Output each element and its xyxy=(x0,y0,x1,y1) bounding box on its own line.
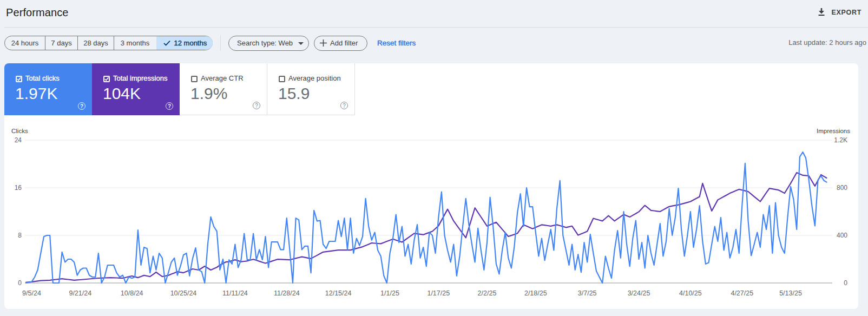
svg-text:4/27/25: 4/27/25 xyxy=(731,289,753,297)
svg-text:3/24/25: 3/24/25 xyxy=(628,289,650,297)
svg-text:11/11/24: 11/11/24 xyxy=(222,289,248,297)
svg-text:800: 800 xyxy=(837,184,847,192)
svg-text:9/21/24: 9/21/24 xyxy=(69,289,91,297)
svg-text:9/5/24: 9/5/24 xyxy=(22,289,41,297)
svg-text:10/8/24: 10/8/24 xyxy=(121,289,143,297)
svg-text:1/1/25: 1/1/25 xyxy=(380,289,399,297)
svg-text:12/15/24: 12/15/24 xyxy=(325,289,352,297)
svg-text:11/28/24: 11/28/24 xyxy=(274,289,300,297)
svg-text:24: 24 xyxy=(15,136,22,144)
svg-text:8: 8 xyxy=(18,232,22,239)
svg-text:5/13/25: 5/13/25 xyxy=(779,289,802,297)
svg-text:16: 16 xyxy=(15,184,22,192)
svg-text:3/7/25: 3/7/25 xyxy=(578,289,597,297)
svg-text:Impressions: Impressions xyxy=(817,128,850,134)
svg-text:4/10/25: 4/10/25 xyxy=(679,289,702,297)
svg-text:2/2/25: 2/2/25 xyxy=(478,289,497,297)
svg-text:0: 0 xyxy=(844,279,847,287)
svg-text:400: 400 xyxy=(837,232,847,239)
svg-text:2/18/25: 2/18/25 xyxy=(524,289,547,297)
svg-text:10/25/24: 10/25/24 xyxy=(170,289,197,297)
svg-text:1/17/25: 1/17/25 xyxy=(427,289,450,297)
svg-text:Clicks: Clicks xyxy=(11,128,28,134)
svg-text:0: 0 xyxy=(18,279,22,287)
svg-text:1.2K: 1.2K xyxy=(834,136,847,144)
